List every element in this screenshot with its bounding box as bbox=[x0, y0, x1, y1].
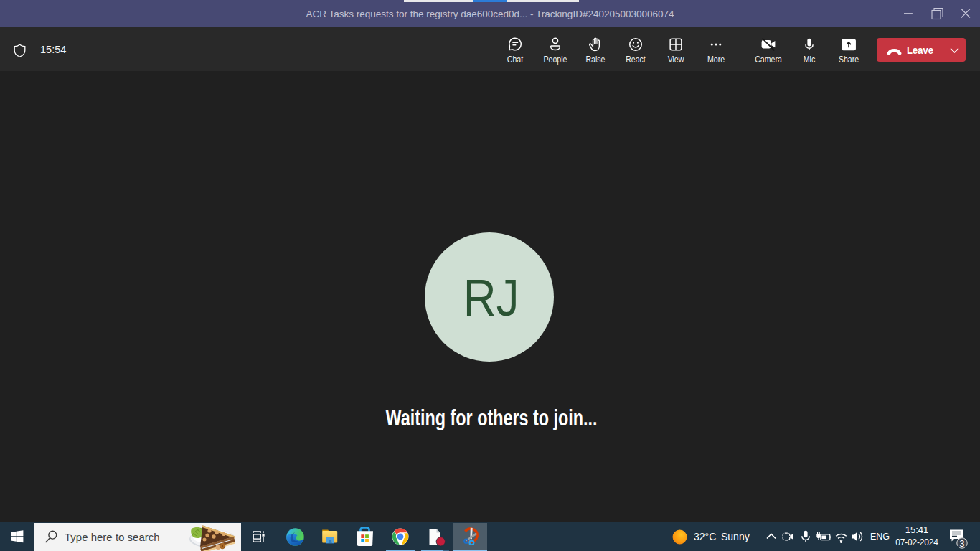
svg-text:3: 3 bbox=[960, 539, 965, 549]
